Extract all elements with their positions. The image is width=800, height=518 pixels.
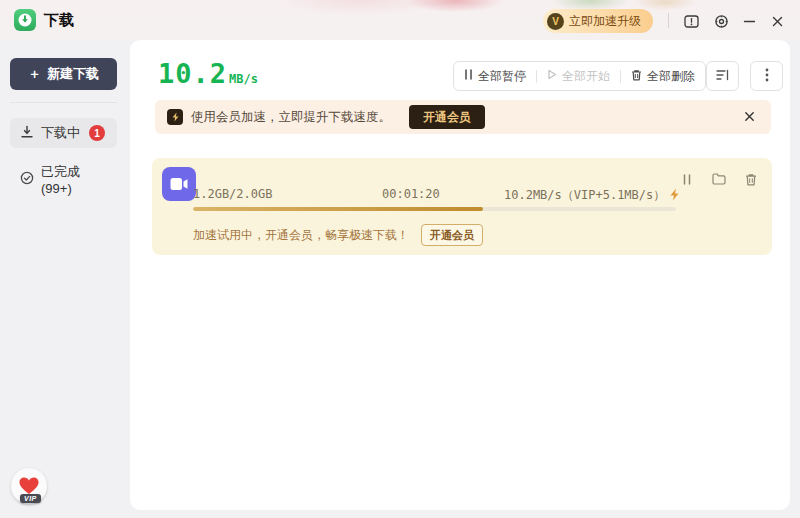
sidebar: ＋ 新建下载 下载中 1 已完成(99+): [0, 40, 130, 518]
task-open-folder-button[interactable]: [710, 170, 728, 188]
start-all-label: 全部开始: [562, 68, 610, 85]
task-speed-text: 10.2MB/s（VIP+5.1MB/s）: [504, 187, 665, 204]
main-panel: 10.2 MB/s 全部暂停 全部开始: [130, 40, 790, 510]
global-speed: 10.2 MB/s: [158, 58, 258, 89]
delete-all-label: 全部删除: [647, 68, 695, 85]
speed-value: 10.2: [158, 58, 227, 89]
app-title: 下载: [44, 11, 74, 30]
titlebar-divider: [668, 13, 669, 28]
flash-icon: [167, 109, 183, 125]
vip-tag-label: VIP: [20, 494, 41, 503]
close-button[interactable]: [766, 10, 788, 32]
downloading-label: 下载中: [41, 124, 80, 142]
banner-open-vip-button[interactable]: 开通会员: [409, 105, 485, 129]
video-file-icon: [162, 167, 196, 201]
check-circle-icon: [20, 171, 34, 188]
new-download-button[interactable]: ＋ 新建下载: [10, 58, 117, 90]
vip-heart-button[interactable]: VIP: [11, 468, 49, 508]
vip-banner: 使用会员加速，立即提升下载速度。 开通会员: [155, 100, 771, 134]
banner-close-icon: [744, 110, 755, 125]
task-promo-row: 加速试用中，开通会员，畅享极速下载！ 开通会员: [193, 224, 483, 246]
sort-icon: [716, 69, 730, 84]
upgrade-button[interactable]: V 立即加速升级: [543, 9, 653, 33]
vip-v-icon: V: [547, 13, 564, 30]
feedback-icon: [684, 15, 699, 28]
completed-label: 已完成(99+): [41, 163, 107, 196]
minimize-icon: [743, 15, 756, 28]
downloading-count-badge: 1: [89, 125, 105, 141]
task-promo-text: 加速试用中，开通会员，畅享极速下载！: [193, 227, 409, 244]
titlebar: 下载 V 立即加速升级: [0, 0, 800, 40]
task-delete-button[interactable]: [742, 170, 760, 188]
task-size: 1.2GB/2.0GB: [193, 187, 272, 201]
task-open-vip-button[interactable]: 开通会员: [421, 224, 483, 246]
play-icon: [547, 69, 557, 83]
sort-button[interactable]: [706, 61, 739, 91]
lightning-icon: [669, 188, 680, 204]
app-logo-icon: [14, 9, 36, 31]
task-actions: [678, 170, 760, 188]
gear-icon: [714, 14, 729, 29]
sidebar-item-completed[interactable]: 已完成(99+): [10, 164, 117, 194]
toolbar-group: 全部暂停 全部开始 全部删除: [453, 61, 706, 91]
close-icon: [771, 15, 784, 28]
trash-icon: [631, 69, 642, 84]
banner-message: 使用会员加速，立即提升下载速度。: [191, 109, 391, 126]
task-elapsed-time: 00:01:20: [382, 187, 440, 201]
pause-all-label: 全部暂停: [478, 68, 526, 85]
download-task-card[interactable]: 1.2GB/2.0GB 00:01:20 10.2MB/s（VIP+5.1MB/…: [152, 158, 772, 255]
upgrade-label: 立即加速升级: [569, 13, 641, 30]
settings-button[interactable]: [710, 10, 732, 32]
speed-unit: MB/s: [229, 72, 258, 86]
task-progress-bar: [193, 207, 676, 211]
plus-icon: ＋: [28, 65, 41, 83]
feedback-button[interactable]: [680, 10, 702, 32]
task-progress-fill: [193, 207, 483, 211]
more-icon: [765, 68, 769, 85]
pause-all-button[interactable]: 全部暂停: [454, 62, 536, 90]
sidebar-divider: [10, 102, 117, 103]
more-button[interactable]: [750, 61, 783, 91]
pause-icon: [464, 69, 473, 83]
delete-all-button[interactable]: 全部删除: [621, 62, 705, 90]
start-all-button[interactable]: 全部开始: [537, 62, 620, 90]
sidebar-item-downloading[interactable]: 下载中 1: [10, 118, 117, 148]
minimize-button[interactable]: [738, 10, 760, 32]
downloading-icon: [20, 125, 34, 142]
banner-close-button[interactable]: [739, 107, 759, 127]
task-speed: 10.2MB/s（VIP+5.1MB/s）: [504, 187, 680, 204]
task-pause-button[interactable]: [678, 170, 696, 188]
new-download-label: 新建下载: [47, 65, 99, 83]
